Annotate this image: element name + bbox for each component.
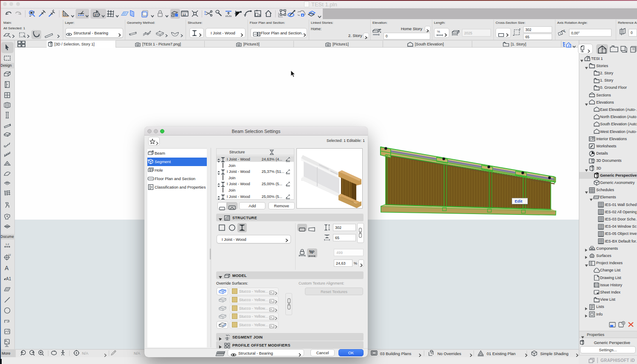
- svg-text:α: α: [563, 29, 565, 32]
- svg-text:12: 12: [8, 254, 11, 256]
- svg-text:12: 12: [183, 13, 186, 17]
- svg-text:XT: XT: [94, 14, 99, 17]
- svg-text:A: A: [5, 265, 9, 271]
- svg-text:A1: A1: [6, 277, 11, 281]
- svg-text:%: %: [437, 30, 440, 34]
- svg-text:%: %: [309, 250, 313, 254]
- svg-text:1.2: 1.2: [6, 243, 9, 245]
